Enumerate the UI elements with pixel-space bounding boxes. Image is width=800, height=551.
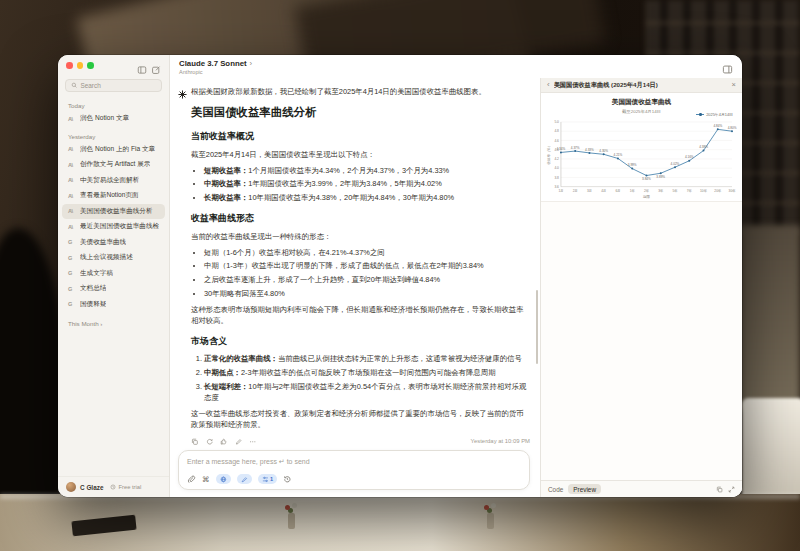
list-item: 长短端利差：10年期与2年期国债收益率之差为0.54个百分点，表明市场对长期经济… xyxy=(204,381,530,403)
close-artifact-icon[interactable]: × xyxy=(732,81,736,89)
claude-icon: A\ xyxy=(68,162,76,168)
composer-toolbar: ⌘ 1 xyxy=(187,474,521,484)
style-button[interactable] xyxy=(237,474,252,484)
svg-text:3.8: 3.8 xyxy=(554,175,559,179)
new-chat-icon[interactable] xyxy=(151,61,161,71)
back-chevron-icon[interactable]: ‹ xyxy=(547,81,550,89)
sidebar-item-label: 国债释疑 xyxy=(80,300,106,309)
shortcuts-button[interactable]: ⌘ xyxy=(202,475,211,484)
svg-text:4.30%: 4.30% xyxy=(599,148,608,152)
list-item: 之后收益率逐渐上升，形成了一个上升趋势，直到20年期达到峰值4.84% xyxy=(204,274,530,285)
sidebar-item[interactable]: A\美国国债收益率曲线分析 xyxy=(62,204,165,220)
list-item: 短期收益率：1个月期国债收益率为4.34%，2个月为4.37%，3个月为4.33… xyxy=(204,165,530,176)
shape-list: 短期（1-6个月）收益率相对较高，在4.21%-4.37%之间 中期（1-3年）… xyxy=(191,247,530,299)
svg-text:4.02%: 4.02% xyxy=(671,161,680,165)
claude-icon: A\ xyxy=(68,193,76,199)
message-composer[interactable]: Enter a message here, press ↵ to send ⌘ xyxy=(178,450,530,490)
window-titlebar xyxy=(58,55,169,76)
toggle-sidebar-icon[interactable] xyxy=(137,61,147,71)
pen-icon xyxy=(241,476,248,483)
user-avatar xyxy=(66,482,76,492)
tab-code[interactable]: Code xyxy=(548,486,563,493)
sidebar-item[interactable]: A\查看最新Notion页面 xyxy=(62,188,165,204)
toggle-artifact-panel-icon[interactable] xyxy=(722,61,733,72)
zoom-window-button[interactable] xyxy=(87,62,94,69)
g-app-icon: G xyxy=(68,286,76,292)
message-input[interactable]: Enter a message here, press ↵ to send xyxy=(187,458,521,466)
minimize-window-button[interactable] xyxy=(77,62,84,69)
sidebar-item-label: 美债收益率曲线 xyxy=(80,238,126,247)
svg-text:4.33%: 4.33% xyxy=(585,147,594,151)
trial-clock-icon xyxy=(110,484,116,490)
sidebar-item[interactable]: A\润色 Notion 文章 xyxy=(62,111,165,127)
sidebar-item[interactable]: G国债释疑 xyxy=(62,297,165,313)
sidebar-item[interactable]: A\创作散文与 Artifact 展示 xyxy=(62,157,165,173)
sidebar-item[interactable]: G文档总结 xyxy=(62,281,165,297)
svg-text:4.84%: 4.84% xyxy=(713,123,722,127)
yield-curve-chart: 3.63.84.04.24.44.64.85.01月2月3月4月6月1年2年3年… xyxy=(546,116,737,200)
sidebar-item[interactable]: G美债收益率曲线 xyxy=(62,235,165,251)
artifact-header: ‹ 美国国债收益率曲线 (2025年4月14日) × xyxy=(541,78,742,93)
svg-text:4.21%: 4.21% xyxy=(614,153,623,157)
artifact-body: 美国国债收益率曲线 截至2025年4月14日 2025年4月14日 3.63.8… xyxy=(541,93,742,480)
chart-title: 美国国债收益率曲线 xyxy=(546,98,737,107)
svg-text:1年: 1年 xyxy=(630,188,636,192)
web-search-button[interactable] xyxy=(216,474,231,484)
section-heading: 当前收益率概况 xyxy=(191,130,530,144)
claude-icon: A\ xyxy=(68,116,76,122)
overview-list: 短期收益率：1个月期国债收益率为4.34%，2个月为4.37%，3个月为4.33… xyxy=(191,165,530,203)
sidebar-item[interactable]: A\润色 Notion 上的 Fia 文章 xyxy=(62,142,165,158)
svg-text:4.34%: 4.34% xyxy=(557,147,566,151)
list-item: 30年期略有回落至4.80% xyxy=(204,288,530,299)
svg-text:4.6: 4.6 xyxy=(554,138,559,142)
chevron-right-icon: › xyxy=(250,59,253,68)
main-area: Claude 3.7 Sonnet › Anthropic xyxy=(170,55,742,497)
close-window-button[interactable] xyxy=(66,62,73,69)
search-placeholder: Search xyxy=(81,82,101,89)
history-button[interactable] xyxy=(283,475,292,484)
tools-count: 1 xyxy=(270,476,273,482)
sidebar-item-label: 最近美国国债收益率曲线检... xyxy=(80,222,159,231)
svg-text:6月: 6月 xyxy=(615,188,620,192)
svg-text:4.80%: 4.80% xyxy=(728,125,737,129)
chat-scrollbar[interactable] xyxy=(536,290,539,364)
more-icon[interactable] xyxy=(249,438,257,446)
thumbs-up-icon[interactable] xyxy=(220,438,228,446)
sidebar-item[interactable]: G生成文字稿 xyxy=(62,266,165,282)
g-app-icon: G xyxy=(68,255,76,261)
svg-text:1月: 1月 xyxy=(558,188,563,192)
sidebar-item-label: 创作散文与 Artifact 展示 xyxy=(80,160,150,169)
g-app-icon: G xyxy=(68,301,76,307)
sidebar-item-label: 文档总结 xyxy=(80,284,106,293)
retry-icon[interactable] xyxy=(206,438,214,446)
assistant-message: 根据美国财政部最新数据，我已经绘制了截至2025年4月14日的美国国债收益率曲线… xyxy=(170,78,540,446)
model-selector[interactable]: Claude 3.7 Sonnet › Anthropic xyxy=(179,59,252,75)
copy-icon[interactable] xyxy=(191,438,199,446)
sidebar-this-month[interactable]: This Month › xyxy=(68,320,159,327)
expand-artifact-icon[interactable] xyxy=(728,486,735,493)
sidebar-section-label: Today xyxy=(68,102,159,109)
artifact-panel: ‹ 美国国债收益率曲线 (2025年4月14日) × 美国国债收益率曲线 截至2… xyxy=(540,78,742,497)
account-row[interactable]: C Glaze Free trial xyxy=(58,476,169,497)
tools-button[interactable]: 1 xyxy=(258,474,277,484)
sidebar-item[interactable]: A\最近美国国债收益率曲线检... xyxy=(62,219,165,235)
sidebar-item[interactable]: G线上会议视频描述 xyxy=(62,250,165,266)
svg-text:期限: 期限 xyxy=(643,195,650,199)
list-item: 正常化的收益率曲线：当前曲线已从倒挂状态转为正常的上升形态，这通常被视为经济健康… xyxy=(204,353,530,364)
svg-text:10年: 10年 xyxy=(700,188,708,192)
list-item: 中期（1-3年）收益率出现了明显的下降，形成了曲线的低点，最低点在2年期的3.8… xyxy=(204,260,530,271)
claude-icon: A\ xyxy=(68,208,76,214)
legend-line-marker xyxy=(696,114,704,115)
edit-icon[interactable] xyxy=(235,438,243,446)
search-icon xyxy=(71,82,78,89)
svg-text:2年: 2年 xyxy=(644,188,650,192)
svg-text:4.0: 4.0 xyxy=(554,166,559,170)
copy-artifact-icon[interactable] xyxy=(716,486,723,493)
artifact-title: 美国国债收益率曲线 (2025年4月14日) xyxy=(554,81,728,90)
sidebar-item[interactable]: A\中美贸易战全面解析 xyxy=(62,173,165,189)
intro-paragraph: 根据美国财政部最新数据，我已经绘制了截至2025年4月14日的美国国债收益率曲线… xyxy=(191,86,530,97)
search-input[interactable]: Search xyxy=(65,79,162,92)
list-item: 长期收益率：10年期国债收益率为4.38%，20年期为4.84%，30年期为4.… xyxy=(204,192,530,203)
attach-button[interactable] xyxy=(187,475,196,484)
tab-preview[interactable]: Preview xyxy=(568,484,601,494)
